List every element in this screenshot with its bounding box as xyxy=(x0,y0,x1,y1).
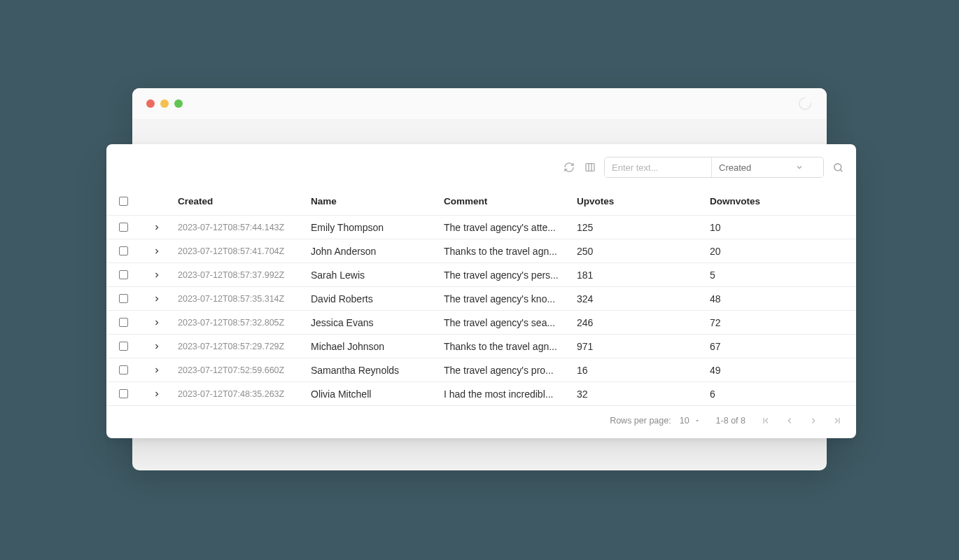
select-all-checkbox[interactable] xyxy=(119,197,128,206)
expand-row-button[interactable] xyxy=(153,366,161,374)
cell-comment: The travel agency's pers... xyxy=(440,270,573,281)
caret-down-icon xyxy=(694,417,701,424)
cell-name: Samantha Reynolds xyxy=(307,365,440,376)
cell-name: Olivia Mitchell xyxy=(307,388,440,400)
expand-row-button[interactable] xyxy=(153,318,161,327)
row-checkbox[interactable] xyxy=(119,246,128,255)
row-checkbox[interactable] xyxy=(119,223,128,232)
chevron-down-icon xyxy=(795,163,804,172)
table-toolbar: Created xyxy=(106,157,856,188)
table-row[interactable]: 2023-07-12T08:57:29.729ZMichael JohnsonT… xyxy=(106,335,856,358)
cell-created: 2023-07-12T08:57:35.314Z xyxy=(174,294,307,304)
pagination-nav xyxy=(761,416,842,426)
search-input[interactable] xyxy=(605,158,711,177)
table-row[interactable]: 2023-07-12T08:57:32.805ZJessica EvansThe… xyxy=(106,311,856,335)
cell-created: 2023-07-12T07:52:59.660Z xyxy=(174,365,307,375)
cell-created: 2023-07-12T08:57:32.805Z xyxy=(174,318,307,328)
row-checkbox[interactable] xyxy=(119,365,128,374)
search-button[interactable] xyxy=(831,160,845,174)
row-checkbox[interactable] xyxy=(119,342,128,351)
rows-per-page: Rows per page: 10 xyxy=(610,416,700,426)
table-row[interactable]: 2023-07-12T08:57:44.143ZEmily ThompsonTh… xyxy=(106,216,856,239)
cell-upvotes: 324 xyxy=(573,293,706,304)
cell-upvotes: 246 xyxy=(573,317,706,328)
cell-name: Sarah Lewis xyxy=(307,270,440,281)
row-checkbox[interactable] xyxy=(119,270,128,279)
table-row[interactable]: 2023-07-12T08:57:37.992ZSarah LewisThe t… xyxy=(106,263,856,287)
cell-comment: The travel agency's atte... xyxy=(440,222,573,233)
table-row[interactable]: 2023-07-12T08:57:41.704ZJohn AndersonTha… xyxy=(106,239,856,263)
table-row[interactable]: 2023-07-12T07:52:59.660ZSamantha Reynold… xyxy=(106,358,856,382)
column-header-created[interactable]: Created xyxy=(174,196,307,206)
table-row[interactable]: 2023-07-12T07:48:35.263ZOlivia MitchellI… xyxy=(106,382,856,406)
cell-downvotes: 72 xyxy=(706,317,856,328)
traffic-lights xyxy=(146,99,183,108)
cell-comment: Thanks to the travel agn... xyxy=(440,246,573,257)
cell-created: 2023-07-12T07:48:35.263Z xyxy=(174,389,307,399)
last-page-button[interactable] xyxy=(832,416,842,426)
search-group: Created xyxy=(604,157,824,178)
cell-downvotes: 67 xyxy=(706,341,856,352)
table-row[interactable]: 2023-07-12T08:57:35.314ZDavid RobertsThe… xyxy=(106,287,856,311)
cell-downvotes: 6 xyxy=(706,388,856,400)
first-page-button[interactable] xyxy=(761,416,771,426)
close-window-button[interactable] xyxy=(146,99,155,108)
cell-comment: Thanks to the travel agn... xyxy=(440,341,573,352)
refresh-button[interactable] xyxy=(562,160,576,174)
cell-created: 2023-07-12T08:57:44.143Z xyxy=(174,223,307,232)
expand-row-button[interactable] xyxy=(153,342,161,351)
loading-spinner-icon xyxy=(797,96,813,111)
expand-row-button[interactable] xyxy=(153,223,161,232)
minimize-window-button[interactable] xyxy=(160,99,169,108)
maximize-window-button[interactable] xyxy=(174,99,183,108)
table-body: 2023-07-12T08:57:44.143ZEmily ThompsonTh… xyxy=(106,216,856,406)
cell-upvotes: 250 xyxy=(573,246,706,257)
cell-created: 2023-07-12T08:57:29.729Z xyxy=(174,342,307,351)
expand-row-button[interactable] xyxy=(153,390,161,398)
rows-per-page-label: Rows per page: xyxy=(610,416,671,426)
cell-name: Michael Johnson xyxy=(307,341,440,352)
cell-comment: The travel agency's kno... xyxy=(440,293,573,304)
cell-upvotes: 16 xyxy=(573,365,706,376)
cell-comment: I had the most incredibl... xyxy=(440,388,573,400)
cell-comment: The travel agency's sea... xyxy=(440,317,573,328)
cell-name: Jessica Evans xyxy=(307,317,440,328)
cell-name: Emily Thompson xyxy=(307,222,440,233)
cell-upvotes: 971 xyxy=(573,341,706,352)
column-header-name[interactable]: Name xyxy=(307,196,440,206)
pagination-bar: Rows per page: 10 1-8 of 8 xyxy=(106,406,856,438)
expand-row-button[interactable] xyxy=(153,295,161,303)
cell-downvotes: 49 xyxy=(706,365,856,376)
data-table-panel: Created Created Name Comment Upvotes Dow… xyxy=(106,144,856,438)
cell-created: 2023-07-12T08:57:41.704Z xyxy=(174,246,307,256)
expand-row-button[interactable] xyxy=(153,271,161,279)
cell-downvotes: 10 xyxy=(706,222,856,233)
cell-name: John Anderson xyxy=(307,246,440,257)
pagination-range: 1-8 of 8 xyxy=(716,416,746,426)
next-page-button[interactable] xyxy=(808,416,818,426)
column-header-upvotes[interactable]: Upvotes xyxy=(573,196,706,206)
prev-page-button[interactable] xyxy=(785,416,794,426)
row-checkbox[interactable] xyxy=(119,294,128,303)
rows-per-page-value: 10 xyxy=(680,416,690,426)
cell-upvotes: 125 xyxy=(573,222,706,233)
cell-created: 2023-07-12T08:57:37.992Z xyxy=(174,270,307,280)
column-header-downvotes[interactable]: Downvotes xyxy=(706,196,856,206)
cell-comment: The travel agency's pro... xyxy=(440,365,573,376)
search-field-select[interactable]: Created xyxy=(711,158,823,177)
column-header-comment[interactable]: Comment xyxy=(440,196,573,206)
svg-rect-0 xyxy=(586,164,594,172)
row-checkbox[interactable] xyxy=(119,318,128,327)
columns-button[interactable] xyxy=(583,160,597,174)
window-titlebar xyxy=(132,88,827,119)
expand-row-button[interactable] xyxy=(153,247,161,255)
row-checkbox[interactable] xyxy=(119,389,128,398)
cell-downvotes: 48 xyxy=(706,293,856,304)
cell-upvotes: 32 xyxy=(573,388,706,400)
data-table: Created Name Comment Upvotes Downvotes 2… xyxy=(106,188,856,406)
rows-per-page-select[interactable]: 10 xyxy=(680,416,701,426)
svg-point-1 xyxy=(834,163,841,170)
search-field-selected: Created xyxy=(719,162,751,173)
cell-upvotes: 181 xyxy=(573,270,706,281)
table-header-row: Created Name Comment Upvotes Downvotes xyxy=(106,188,856,216)
